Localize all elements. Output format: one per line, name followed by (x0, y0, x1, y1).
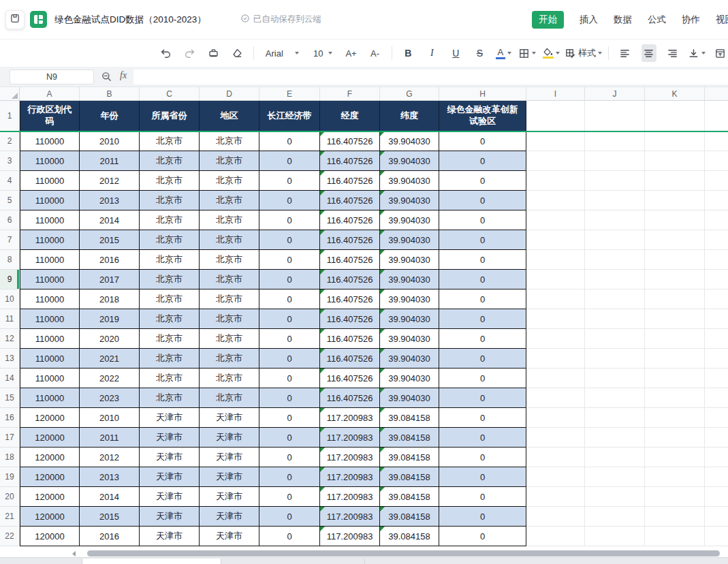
fill-color-button[interactable] (543, 44, 558, 62)
cell[interactable]: 0 (259, 388, 320, 408)
cell[interactable]: 116.407526 (320, 210, 380, 230)
cell[interactable]: 北京市 (140, 230, 200, 250)
cell[interactable] (585, 408, 645, 428)
cell[interactable]: 0 (259, 507, 320, 527)
cell[interactable]: 116.407526 (320, 250, 380, 270)
cell[interactable]: 0 (439, 289, 526, 309)
cell[interactable]: 0 (439, 309, 526, 329)
cell[interactable] (526, 250, 585, 270)
cell[interactable]: 0 (259, 230, 320, 250)
row-header[interactable]: 17 (0, 428, 20, 448)
cell[interactable] (585, 270, 645, 289)
cell[interactable]: 北京市 (140, 349, 200, 369)
column-header-k[interactable]: K (645, 87, 705, 101)
cell[interactable]: 0 (439, 448, 526, 467)
cell[interactable] (526, 467, 585, 487)
cell[interactable]: 0 (439, 388, 526, 408)
cell[interactable] (705, 151, 728, 171)
cell[interactable] (585, 369, 645, 388)
cell[interactable]: 2011 (80, 151, 140, 171)
cell[interactable] (705, 131, 728, 151)
align-left-button[interactable] (618, 44, 633, 62)
strikethrough-button[interactable]: S (472, 44, 487, 62)
cell[interactable] (645, 289, 705, 309)
cell[interactable]: 110000 (20, 270, 80, 289)
cell[interactable]: 北京市 (200, 131, 259, 151)
cell[interactable]: 0 (439, 329, 526, 349)
cell[interactable]: 2023 (80, 388, 140, 408)
cell[interactable]: 0 (259, 428, 320, 448)
cell[interactable]: 0 (439, 230, 526, 250)
cell[interactable] (526, 191, 585, 210)
cell[interactable] (585, 388, 645, 408)
cell[interactable] (585, 171, 645, 191)
cell[interactable]: 120000 (20, 527, 80, 546)
row-header[interactable]: 18 (0, 448, 20, 467)
cell[interactable]: 北京市 (140, 151, 200, 171)
align-right-button[interactable] (665, 44, 680, 62)
cell[interactable] (645, 131, 705, 151)
cell[interactable]: 北京市 (140, 388, 200, 408)
cell[interactable]: 2010 (80, 408, 140, 428)
cell[interactable]: 120000 (20, 428, 80, 448)
cell[interactable]: 0 (439, 487, 526, 507)
cell[interactable]: 110000 (20, 250, 80, 270)
cell[interactable]: 2015 (80, 230, 140, 250)
cell[interactable]: 0 (259, 349, 320, 369)
cell[interactable]: 110000 (20, 369, 80, 388)
cell[interactable]: 天津市 (200, 408, 259, 428)
cell[interactable]: 0 (259, 309, 320, 329)
header-cell-latitude[interactable]: 纬度 (380, 101, 439, 131)
cell[interactable] (645, 369, 705, 388)
cell[interactable] (705, 388, 728, 408)
cell[interactable]: 北京市 (140, 270, 200, 289)
cell[interactable]: 116.407526 (320, 388, 380, 408)
cell[interactable] (705, 329, 728, 349)
cell[interactable] (645, 210, 705, 230)
cell[interactable]: 110000 (20, 151, 80, 171)
cell[interactable]: 0 (439, 191, 526, 210)
cell[interactable] (585, 487, 645, 507)
cell[interactable]: 2015 (80, 507, 140, 527)
row-header[interactable]: 4 (0, 171, 20, 191)
cell[interactable] (645, 408, 705, 428)
cell[interactable] (526, 210, 585, 230)
column-header-h[interactable]: H (439, 87, 526, 101)
header-cell-admin-code[interactable]: 行政区划代码 (20, 101, 80, 131)
cell[interactable]: 39.084158 (380, 467, 439, 487)
cell[interactable]: 2018 (80, 289, 140, 309)
underline-button[interactable]: U (448, 44, 463, 62)
cell[interactable]: 116.407526 (320, 329, 380, 349)
cell[interactable] (526, 487, 585, 507)
cell[interactable]: 天津市 (140, 487, 200, 507)
cell[interactable] (585, 210, 645, 230)
cell[interactable] (705, 448, 728, 467)
cell[interactable]: 北京市 (200, 230, 259, 250)
cell[interactable]: 116.407526 (320, 270, 380, 289)
cell[interactable]: 北京市 (140, 369, 200, 388)
cell[interactable] (526, 349, 585, 369)
cell[interactable] (645, 428, 705, 448)
cell[interactable] (705, 191, 728, 210)
cell[interactable]: 116.407526 (320, 191, 380, 210)
cell[interactable] (526, 309, 585, 329)
cell[interactable] (585, 131, 645, 151)
cell[interactable] (585, 448, 645, 467)
cell[interactable]: 39.904030 (380, 151, 439, 171)
cell[interactable]: 0 (439, 131, 526, 151)
cell[interactable]: 北京市 (200, 270, 259, 289)
cell[interactable]: 39.084158 (380, 428, 439, 448)
cell[interactable]: 0 (439, 270, 526, 289)
cell[interactable] (645, 250, 705, 270)
cell[interactable] (705, 230, 728, 250)
cell[interactable] (585, 428, 645, 448)
cell[interactable] (645, 329, 705, 349)
cell[interactable]: 0 (259, 171, 320, 191)
select-all-corner[interactable] (0, 87, 20, 101)
cell[interactable]: 116.407526 (320, 369, 380, 388)
cell[interactable] (705, 210, 728, 230)
cell[interactable]: 0 (439, 369, 526, 388)
cell[interactable] (645, 507, 705, 527)
cell[interactable] (585, 250, 645, 270)
cell[interactable] (585, 309, 645, 329)
